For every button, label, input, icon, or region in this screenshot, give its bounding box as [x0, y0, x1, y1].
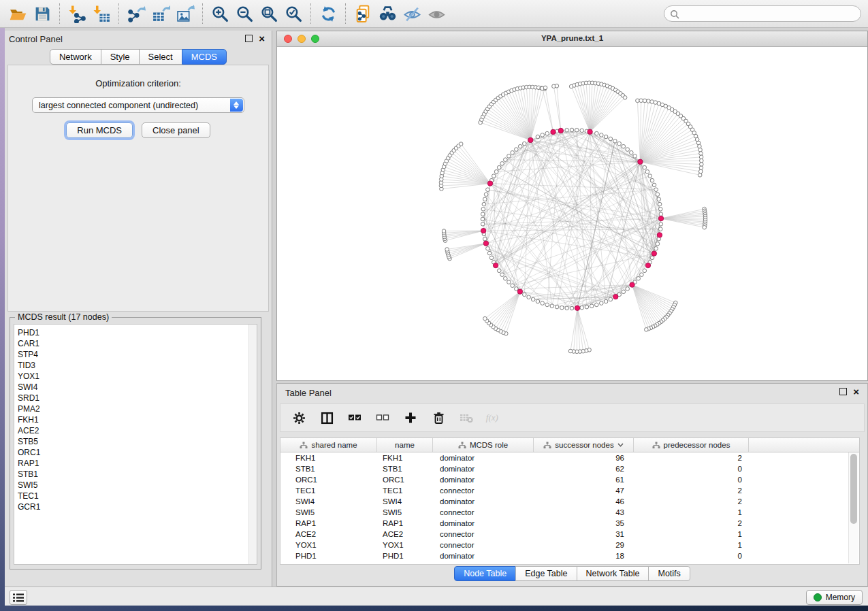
- show-all-button[interactable]: [424, 3, 449, 24]
- mcds-result-item[interactable]: ACE2: [18, 425, 257, 436]
- mcds-result-item[interactable]: GCR1: [18, 501, 257, 512]
- settings-gear-button[interactable]: [290, 409, 308, 427]
- select-all-button[interactable]: [346, 409, 364, 427]
- table-tabs: Node TableEdge TableNetwork TableMotifs: [277, 566, 867, 581]
- export-image-button[interactable]: [173, 3, 197, 24]
- mcds-result-item[interactable]: SRD1: [18, 393, 257, 403]
- mcds-panel: Optimization criterion: largest connecte…: [7, 65, 269, 312]
- mcds-result-item[interactable]: STB1: [18, 469, 257, 480]
- task-history-button[interactable]: [10, 590, 27, 605]
- float-panel-icon[interactable]: [839, 388, 847, 395]
- function-builder-button[interactable]: f(x): [485, 409, 503, 427]
- network-view-window: YPA_prune.txt_1: [276, 31, 868, 381]
- table-row[interactable]: YOX1YOX1connector291: [280, 540, 859, 550]
- table-row[interactable]: SWI4SWI4dominator462: [280, 496, 859, 507]
- table-row[interactable]: TEC1TEC1connector472: [280, 485, 859, 496]
- table-cell: ACE2: [280, 530, 377, 538]
- optimization-criterion-label: Optimization criterion:: [8, 78, 268, 88]
- mcds-result-item[interactable]: YOX1: [18, 371, 257, 382]
- table-cell: 2: [634, 519, 749, 527]
- table-cell: 29: [534, 541, 634, 549]
- memory-status-icon: [814, 593, 822, 601]
- delete-table-button[interactable]: [457, 409, 475, 427]
- delete-column-button[interactable]: [430, 409, 447, 427]
- export-table-button[interactable]: [148, 3, 173, 24]
- network-graph[interactable]: [277, 46, 867, 380]
- close-panel-button[interactable]: Close panel: [142, 122, 210, 138]
- mcds-result-item[interactable]: SWI4: [18, 382, 257, 393]
- find-button[interactable]: [375, 3, 400, 24]
- export-network-button[interactable]: [124, 3, 148, 24]
- mcds-result-item[interactable]: TEC1: [18, 491, 257, 501]
- zoom-out-button[interactable]: [232, 3, 257, 24]
- table-row[interactable]: ACE2ACE2connector311: [280, 529, 859, 540]
- tab-node-table[interactable]: Node Table: [454, 566, 516, 581]
- table-cell: dominator: [433, 519, 534, 527]
- memory-button[interactable]: Memory: [806, 590, 863, 605]
- export-network-icon: [127, 5, 146, 23]
- deselect-all-button[interactable]: [374, 409, 391, 427]
- table-cell: dominator: [433, 552, 534, 560]
- zoom-out-icon: [236, 5, 254, 23]
- tab-network-table[interactable]: Network Table: [577, 566, 649, 581]
- mcds-result-scrollbar[interactable]: [248, 325, 257, 564]
- import-network-button[interactable]: [65, 3, 89, 24]
- optimization-criterion-dropdown[interactable]: largest connected component (undirected): [32, 97, 244, 113]
- tab-select[interactable]: Select: [139, 49, 182, 65]
- column-header-predecessor-nodes[interactable]: predecessor nodes: [634, 438, 749, 452]
- tab-motifs[interactable]: Motifs: [648, 566, 690, 581]
- node-table: shared namenameMCDS rolesuccessor nodesp…: [280, 437, 860, 565]
- zoom-in-button[interactable]: [208, 3, 232, 24]
- refresh-button[interactable]: [316, 3, 340, 24]
- new-network-from-selection-button[interactable]: [351, 3, 375, 24]
- table-cell: 2: [634, 486, 749, 495]
- add-column-button[interactable]: [402, 409, 419, 427]
- dropdown-value: largest connected component (undirected): [39, 101, 198, 110]
- search-input[interactable]: [682, 7, 855, 21]
- table-row[interactable]: RAP1RAP1dominator352: [280, 518, 859, 529]
- mcds-result-item[interactable]: SWI5: [18, 480, 257, 491]
- tab-edge-table[interactable]: Edge Table: [515, 566, 577, 581]
- search-icon: [670, 10, 679, 19]
- column-header-name[interactable]: name: [377, 438, 433, 452]
- table-cell: ORC1: [377, 476, 433, 484]
- table-cell: 46: [534, 497, 634, 506]
- run-mcds-button[interactable]: Run MCDS: [66, 122, 133, 138]
- hide-selected-button[interactable]: [400, 3, 424, 24]
- tab-network[interactable]: Network: [50, 49, 101, 65]
- table-row[interactable]: STB1STB1dominator620: [280, 463, 859, 474]
- table-cell: TEC1: [377, 486, 433, 495]
- zoom-selected-button[interactable]: [281, 3, 306, 24]
- table-row[interactable]: SWI5SWI5connector431: [280, 507, 859, 518]
- mcds-result-item[interactable]: STB5: [18, 436, 257, 447]
- mcds-result-item[interactable]: PHD1: [18, 327, 257, 338]
- mcds-result-item[interactable]: RAP1: [18, 458, 257, 469]
- table-row[interactable]: ORC1ORC1dominator610: [280, 474, 859, 485]
- mcds-result-item[interactable]: FKH1: [18, 414, 257, 425]
- table-row[interactable]: PHD1PHD1dominator180: [280, 550, 859, 561]
- hide-selected-icon: [403, 5, 421, 23]
- table-scrollbar-thumb[interactable]: [850, 454, 857, 524]
- close-panel-icon[interactable]: ×: [259, 35, 265, 42]
- import-table-button[interactable]: [89, 3, 114, 24]
- mcds-result-item[interactable]: PMA2: [18, 403, 257, 414]
- mcds-result-item[interactable]: ORC1: [18, 447, 257, 458]
- deselect-all-icon: [376, 413, 389, 423]
- float-panel-icon[interactable]: [245, 35, 253, 42]
- column-header-successor-nodes[interactable]: successor nodes: [534, 438, 634, 452]
- save-session-button[interactable]: [30, 3, 54, 24]
- column-header-MCDS-role[interactable]: MCDS role: [433, 438, 534, 452]
- open-file-icon: [9, 5, 27, 23]
- column-header-shared-name[interactable]: shared name: [280, 438, 377, 452]
- close-panel-icon[interactable]: ×: [853, 389, 859, 395]
- mcds-result-item[interactable]: CAR1: [18, 338, 257, 349]
- tab-mcds[interactable]: MCDS: [182, 49, 227, 65]
- mcds-result-item[interactable]: STP4: [18, 349, 257, 360]
- zoom-fit-button[interactable]: [257, 3, 281, 24]
- open-file-button[interactable]: [5, 3, 30, 24]
- table-row[interactable]: FKH1FKH1dominator962: [280, 452, 859, 463]
- tab-style[interactable]: Style: [101, 49, 140, 65]
- table-cell: connector: [433, 508, 534, 516]
- toggle-column-button[interactable]: [318, 409, 336, 427]
- mcds-result-item[interactable]: TID3: [18, 360, 257, 371]
